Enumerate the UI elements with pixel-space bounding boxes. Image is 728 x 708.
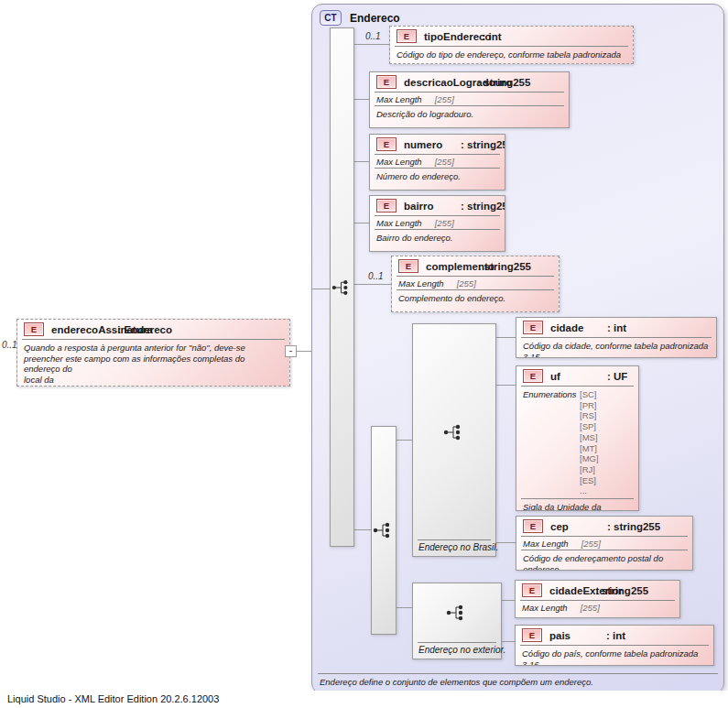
element-badge-icon: E xyxy=(523,519,543,533)
connector-line xyxy=(354,284,391,285)
complex-type-annotation: Endereço define o conjunto de elementos … xyxy=(318,673,718,691)
sequence-icon xyxy=(372,427,396,634)
connector-line xyxy=(502,641,515,642)
element-name: cep xyxy=(550,521,598,532)
sequence-compositor-main[interactable] xyxy=(330,27,354,547)
cardinality-label: 0..1 xyxy=(2,340,17,350)
connector-line xyxy=(496,542,516,543)
element-badge-icon: E xyxy=(523,321,543,334)
fact-label: Max Length xyxy=(376,218,422,228)
cardinality-label: 0..1 xyxy=(368,271,384,281)
enumerations-values: [SC] [PR] [RS] [SP] [MS] [MT] [MG] [RJ] … xyxy=(580,389,599,496)
element-badge-icon: E xyxy=(522,628,542,642)
fact-label: Max Length xyxy=(376,157,422,167)
element-annotation: Código do tipo de endereço, conforme tab… xyxy=(390,47,633,64)
element-badge-icon: E xyxy=(376,75,397,89)
status-bar: Liquid Studio - XML Editor Edition 20.2.… xyxy=(0,691,728,708)
enumerations-label: Enumerations xyxy=(523,389,580,496)
connector-line xyxy=(354,161,369,162)
connector-line xyxy=(354,223,369,223)
fact-value: [255] xyxy=(581,603,600,613)
element-badge-icon: E xyxy=(376,137,397,151)
element-type: : string255 xyxy=(477,77,530,88)
element-name: cidade xyxy=(550,322,598,333)
element-descricaoLogradouro[interactable]: E descricaoLogradouro : string255 Max Le… xyxy=(369,71,570,128)
element-annotation: Descrição do logradouro. xyxy=(370,106,569,124)
element-type: : string255 xyxy=(478,261,531,272)
fact-label: Max Length xyxy=(376,94,422,104)
element-cidadeExterior[interactable]: E cidadeExterior : string255 Max Length … xyxy=(515,580,680,618)
connector-line xyxy=(354,99,369,100)
element-type: : int xyxy=(607,322,626,333)
connector-line xyxy=(397,440,412,441)
element-pais[interactable]: E pais : int Código do país, conforme ta… xyxy=(515,625,714,666)
group-endereco-brasil[interactable]: Endereço no Brasil. xyxy=(412,323,496,557)
group-label: Endereço no exterior. xyxy=(418,642,496,659)
group-label: Endereço no Brasil. xyxy=(418,539,491,556)
element-bairro[interactable]: E bairro : string255 Max Length [255] Ba… xyxy=(369,195,505,252)
element-annotation: Bairro do endereço. xyxy=(370,230,505,247)
fact-value: [255] xyxy=(581,539,601,549)
connector-line xyxy=(502,600,515,601)
element-type: : string255 xyxy=(607,521,660,532)
element-cep[interactable]: E cep : string255 Max Length [255] Códig… xyxy=(516,516,693,571)
element-badge-icon: E xyxy=(397,29,417,43)
element-annotation: Código de endereçamento postal do endere… xyxy=(516,550,692,571)
element-name: bairro xyxy=(404,201,451,212)
collapse-toggle-button[interactable]: - xyxy=(285,345,297,357)
element-annotation: Quando a resposta à pergunta anterior fo… xyxy=(17,340,289,387)
sequence-compositor-sub[interactable] xyxy=(371,426,397,635)
sequence-icon xyxy=(331,28,353,546)
xsd-diagram-canvas: CT Endereco Endereço define o conjunto d… xyxy=(0,0,728,708)
fact-label: Max Length xyxy=(522,603,568,613)
fact-label: Max Length xyxy=(398,278,444,289)
fact-value: [255] xyxy=(435,218,454,228)
element-annotation: Número do endereço. xyxy=(370,169,505,186)
sequence-icon xyxy=(413,324,495,539)
cardinality-label: 0..1 xyxy=(365,31,381,41)
element-uf[interactable]: E uf : UF Enumerations [SC] [PR] [RS] [S… xyxy=(516,365,639,511)
connector-line xyxy=(312,289,330,289)
fact-value: [255] xyxy=(435,157,454,167)
element-annotation: Complemento do endereço. xyxy=(392,290,559,308)
element-badge-icon: E xyxy=(522,583,542,597)
connector-line xyxy=(496,385,516,386)
element-type: : string255 xyxy=(461,139,505,150)
element-cidade[interactable]: E cidade : int Código da cidade, conform… xyxy=(516,317,717,358)
fact-value: [255] xyxy=(435,94,454,104)
element-type: : string255 xyxy=(595,585,648,596)
element-name: uf xyxy=(550,371,598,382)
element-type: : string255 xyxy=(461,201,505,212)
connector-line xyxy=(354,529,371,530)
complex-type-title: Endereco xyxy=(350,12,400,25)
element-badge-icon: E xyxy=(24,322,44,336)
element-name: numero xyxy=(404,139,451,150)
connector-line xyxy=(297,351,312,352)
element-type: : UF xyxy=(607,371,627,382)
connector-line xyxy=(354,44,389,45)
element-type: : Endereco xyxy=(118,324,172,335)
fact-label: Max Length xyxy=(523,539,569,549)
fact-value: [255] xyxy=(457,278,476,289)
element-badge-icon: E xyxy=(398,259,418,273)
element-type: : int xyxy=(606,630,625,641)
complex-type-badge-icon: CT xyxy=(320,10,342,26)
element-complemento[interactable]: E complemento : string255 Max Length [25… xyxy=(391,256,560,312)
connector-line xyxy=(397,607,412,608)
element-badge-icon: E xyxy=(523,369,543,383)
element-name: tipoEndereco xyxy=(424,31,491,42)
element-numero[interactable]: E numero : string255 Max Length [255] Nú… xyxy=(369,134,505,191)
element-badge-icon: E xyxy=(376,199,397,212)
sequence-icon xyxy=(413,583,501,642)
element-annotation: Sigla da Unidade da Federação. xyxy=(516,499,638,511)
connector-line xyxy=(496,337,516,338)
element-annotation: Código da cidade, conforme tabela padron… xyxy=(516,338,716,358)
element-name: pais xyxy=(549,630,597,641)
element-type: : int xyxy=(482,31,501,42)
element-annotation: Código do país, conforme tabela padroniz… xyxy=(516,646,713,666)
element-enderecoAssinatura[interactable]: E enderecoAssinatura : Endereco Quando a… xyxy=(16,319,290,387)
element-tipoEndereco[interactable]: E tipoEndereco : int Código do tipo de e… xyxy=(389,26,634,64)
group-endereco-exterior[interactable]: Endereço no exterior. xyxy=(412,583,502,659)
